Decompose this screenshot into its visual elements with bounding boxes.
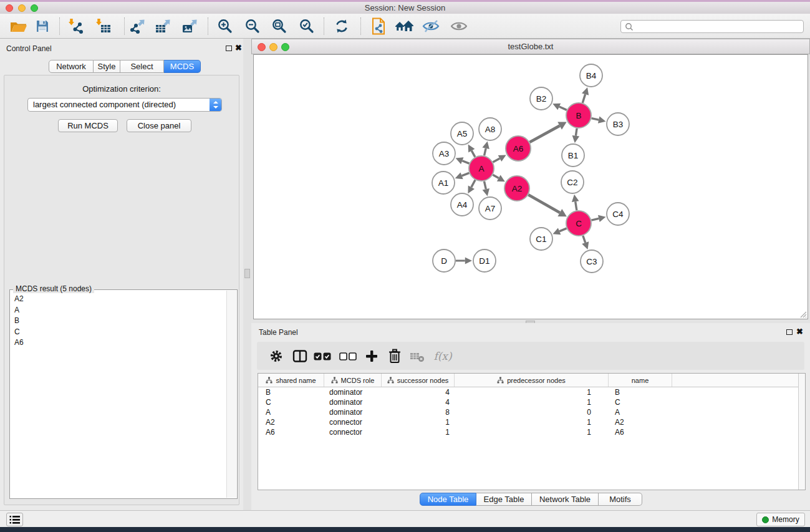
table-cell: A2 (609, 418, 672, 427)
import-network-icon[interactable] (66, 16, 86, 36)
graph-node-label-D: D (441, 256, 447, 266)
table-row-a[interactable]: Adominator80A (258, 407, 805, 417)
function-builder-icon[interactable]: f(x) (430, 346, 455, 366)
table-cell: dominator (324, 388, 382, 397)
mcds-result-list[interactable]: A2ABCA6 (9, 289, 238, 499)
column-header-successor-nodes[interactable]: successor nodes (382, 374, 455, 387)
refresh-icon[interactable] (332, 16, 352, 36)
close-table-panel-icon[interactable]: ✖ (796, 329, 803, 335)
import-table-icon[interactable] (94, 16, 113, 36)
deselect-all-icon[interactable] (338, 346, 358, 366)
add-column-icon[interactable] (362, 346, 382, 366)
graph-edge-C-C2 (576, 201, 577, 210)
table-cell: A (258, 408, 324, 417)
select-all-icon[interactable] (312, 346, 332, 366)
optimization-criterion-label: Optimization criterion: (4, 84, 239, 94)
task-history-button[interactable] (6, 513, 23, 526)
save-session-icon[interactable] (32, 16, 52, 36)
control-panel-title: Control Panel (6, 44, 52, 53)
tab-network[interactable]: Network (49, 60, 94, 73)
result-scrollbar[interactable] (226, 291, 236, 498)
dropdown-stepper-icon[interactable] (210, 99, 221, 111)
result-item-c[interactable]: C (14, 327, 224, 338)
network-window-titlebar[interactable]: testGlobe.txt (251, 39, 810, 54)
graph-node-label-A7: A7 (485, 204, 496, 213)
export-network-icon[interactable] (128, 16, 148, 36)
network-canvas[interactable]: B4B2BB3A5A8A6B1A3AC2A1A2A4A7C4CC1C3DD1 (253, 54, 808, 319)
table-panel: Table Panel ✖ f(x) (251, 323, 810, 510)
settings-gear-icon[interactable] (266, 346, 286, 366)
close-panel-icon[interactable]: ✖ (235, 45, 242, 51)
result-item-a2[interactable]: A2 (14, 294, 224, 305)
table-scrollbar[interactable] (798, 374, 805, 490)
zoom-out-icon[interactable] (243, 16, 263, 36)
graph-edge-B-B4 (582, 94, 585, 103)
search-input[interactable] (634, 22, 803, 32)
result-item-b[interactable]: B (14, 316, 224, 327)
hide-selected-icon[interactable] (421, 16, 441, 36)
toolbar-separator (360, 17, 361, 35)
app-titlebar[interactable]: Session: New Session (0, 2, 810, 14)
tab-mcds[interactable]: MCDS (164, 60, 201, 73)
toolbar-separator (124, 17, 125, 35)
column-header-MCDS-role[interactable]: MCDS role (324, 374, 382, 387)
zoom-selected-icon[interactable] (297, 16, 317, 36)
memory-button[interactable]: Memory (756, 513, 805, 526)
node-table[interactable]: shared nameMCDS rolesuccessor nodesprede… (258, 373, 806, 490)
close-panel-button[interactable]: Close panel (127, 119, 191, 132)
desktop-wallpaper (0, 527, 810, 532)
graph-edge-A-A3 (462, 161, 469, 163)
new-network-from-selection-icon[interactable] (369, 16, 389, 36)
column-header-shared-name[interactable]: shared name (258, 374, 324, 387)
search-field[interactable] (620, 20, 804, 33)
graph-node-label-A5: A5 (457, 129, 468, 138)
run-mcds-button[interactable]: Run MCDS (58, 119, 118, 132)
show-all-icon[interactable] (449, 16, 469, 36)
network-view-window: testGlobe.txt B4B2BB3A5A8A6B1A3AC2A1A2A4… (251, 39, 810, 323)
network-graph[interactable]: B4B2BB3A5A8A6B1A3AC2A1A2A4A7C4CC1C3DD1 (254, 55, 808, 319)
table-row-a2[interactable]: A2connector11A2 (258, 417, 805, 427)
table-cell: 4 (382, 388, 455, 397)
result-item-a6[interactable]: A6 (14, 337, 224, 349)
table-row-b[interactable]: Bdominator41B (258, 387, 805, 397)
tab-select[interactable]: Select (120, 60, 164, 73)
splitter-handle[interactable] (244, 269, 250, 278)
float-table-panel-icon[interactable] (786, 329, 793, 335)
tab-network-table[interactable]: Network Table (532, 493, 599, 506)
graph-edge-A-A4 (471, 180, 475, 188)
table-row-a6[interactable]: A6connector11A6 (258, 427, 805, 437)
zoom-fit-icon[interactable] (269, 16, 289, 36)
column-label: MCDS role (341, 377, 375, 384)
export-image-icon[interactable] (180, 16, 200, 36)
table-cell: 1 (455, 428, 609, 437)
vertical-splitter[interactable] (243, 39, 251, 510)
resize-grip-icon[interactable] (799, 310, 807, 318)
memory-label: Memory (772, 515, 799, 524)
delete-column-trash-icon[interactable] (385, 346, 405, 366)
table-cell: dominator (324, 398, 382, 407)
graph-node-label-A1: A1 (438, 178, 449, 188)
float-panel-icon[interactable] (226, 46, 232, 51)
column-header-name[interactable]: name (609, 374, 672, 387)
split-view-icon[interactable] (290, 346, 310, 366)
export-table-icon[interactable] (153, 16, 173, 36)
graph-edge-C-C4 (591, 218, 599, 220)
criterion-dropdown[interactable]: largest connected component (directed) (27, 98, 222, 112)
first-neighbors-icon[interactable] (394, 16, 414, 36)
table-cell: 4 (382, 398, 455, 407)
zoom-in-icon[interactable] (215, 16, 235, 36)
tab-node-table[interactable]: Node Table (420, 493, 476, 506)
tab-edge-table[interactable]: Edge Table (476, 493, 532, 506)
tab-style[interactable]: Style (94, 60, 120, 73)
result-item-a[interactable]: A (14, 305, 224, 316)
table-header-row: shared nameMCDS rolesuccessor nodesprede… (258, 374, 805, 387)
column-header-predecessor-nodes[interactable]: predecessor nodes (455, 374, 609, 387)
table-row-c[interactable]: Cdominator41C (258, 397, 805, 407)
app-title: Session: New Session (0, 3, 810, 12)
control-panel-tabs: NetworkStyleSelectMCDS (49, 60, 201, 73)
open-session-icon[interactable] (9, 16, 29, 36)
delete-table-icon[interactable] (407, 346, 427, 366)
arrowhead-icon (598, 215, 606, 222)
hierarchy-icon (266, 377, 272, 384)
tab-motifs[interactable]: Motifs (599, 493, 642, 506)
